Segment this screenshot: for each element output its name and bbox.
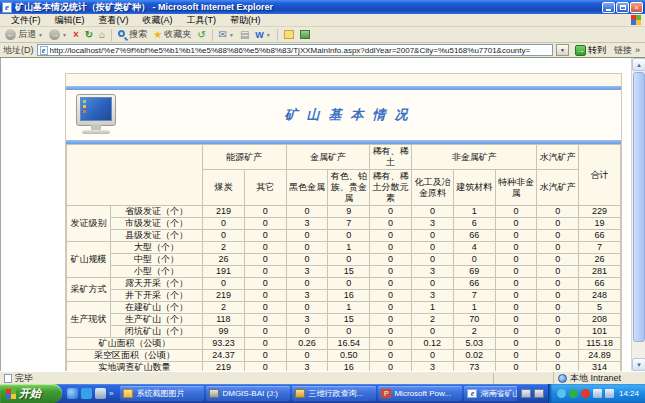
links-chevron-icon[interactable]: » — [635, 45, 640, 55]
quick-launch-chevron-icon[interactable]: » — [109, 389, 113, 398]
task-button-powerpoint[interactable]: P Microsoft Pow... — [378, 386, 462, 401]
table-row: 闭坑矿山（个）9900000200101 — [67, 326, 621, 338]
value-cell: 0 — [244, 278, 286, 290]
drive-icon — [209, 389, 219, 398]
value-cell: 115.18 — [579, 338, 621, 350]
toolbar-separator — [111, 29, 112, 41]
value-cell: 69 — [453, 266, 495, 278]
column-header: 煤炭 — [203, 170, 245, 206]
app-icon — [295, 389, 305, 398]
windows-logo-icon — [631, 15, 641, 25]
links-bar[interactable]: 链接 » — [612, 44, 642, 57]
column-header: 化工及冶金原料 — [411, 170, 453, 206]
value-cell: 281 — [579, 266, 621, 278]
quick-launch-ie-icon[interactable] — [67, 388, 78, 399]
scrollbar-thumb[interactable] — [633, 72, 645, 342]
back-label: 后退 — [18, 28, 36, 41]
quick-launch-msn-icon[interactable] — [81, 388, 92, 399]
minimize-button[interactable] — [602, 2, 615, 13]
print-icon: ▤ — [240, 29, 249, 41]
value-cell: 208 — [579, 314, 621, 326]
value-cell: 7 — [579, 242, 621, 254]
close-button[interactable]: × — [630, 2, 643, 13]
task-label: 三维行政查询... — [308, 388, 363, 399]
address-label: 地址(D) — [3, 44, 34, 57]
maximize-button[interactable] — [616, 2, 629, 13]
go-button[interactable]: → 转到 — [572, 44, 609, 57]
menu-file[interactable]: 文件(F) — [4, 14, 48, 26]
tray-network-icon[interactable] — [557, 389, 566, 398]
tray-monitor-icon[interactable] — [605, 389, 614, 398]
value-cell: 0 — [370, 206, 412, 218]
vertical-scrollbar[interactable]: ▲ ▼ — [631, 58, 645, 371]
value-cell: 7 — [328, 218, 370, 230]
row-header: 矿山面积（公顷） — [67, 338, 203, 350]
status-bar: 完毕 本地 Intranet — [0, 371, 645, 384]
tray-alert-icon[interactable] — [581, 389, 590, 398]
keyboard-icon[interactable] — [534, 389, 544, 398]
search-button[interactable]: 搜索 — [116, 28, 149, 42]
column-group-header: 非金属矿产 — [411, 145, 536, 170]
value-cell: 118 — [203, 314, 245, 326]
mail-dropdown-icon[interactable]: ▼ — [229, 32, 234, 38]
value-cell: 0 — [411, 278, 453, 290]
value-cell: 0 — [370, 266, 412, 278]
task-button-ie-map[interactable]: e 湖南省矿山地... — [464, 386, 517, 401]
value-cell: 0 — [370, 314, 412, 326]
menu-edit[interactable]: 编辑(E) — [48, 14, 92, 26]
value-cell: 0 — [495, 338, 537, 350]
column-group-header: 能源矿产 — [203, 145, 287, 170]
refresh-button[interactable]: ↻ — [83, 28, 95, 42]
home-button[interactable]: ⌂ — [97, 28, 107, 42]
value-cell: 0 — [495, 254, 537, 266]
menu-view[interactable]: 查看(V) — [92, 14, 136, 26]
tray-display-icon[interactable] — [593, 389, 602, 398]
value-cell: 0 — [286, 302, 328, 314]
column-header: 稀有、稀土分散元素 — [370, 170, 412, 206]
quick-launch-desktop-icon[interactable] — [95, 388, 106, 399]
menu-tools[interactable]: 工具(T) — [180, 14, 224, 26]
go-label: 转到 — [588, 44, 606, 57]
address-input[interactable] — [50, 46, 550, 55]
start-button[interactable]: 开始 — [0, 384, 62, 403]
value-cell: 1 — [328, 302, 370, 314]
value-cell: 0 — [411, 350, 453, 362]
scroll-up-icon[interactable]: ▲ — [632, 58, 645, 71]
row-header: 井下开采（个） — [111, 290, 203, 302]
scroll-down-icon[interactable]: ▼ — [632, 358, 645, 371]
value-cell: 0 — [203, 230, 245, 242]
intranet-zone-icon — [558, 374, 567, 383]
address-dropdown-button[interactable]: ▼ — [556, 44, 569, 56]
print-button[interactable]: ▤ — [238, 28, 251, 42]
history-button[interactable]: ↺ — [195, 28, 207, 42]
menu-help[interactable]: 帮助(H) — [223, 14, 268, 26]
row-group-header: 矿山规模 — [67, 242, 111, 278]
search-label: 搜索 — [129, 28, 147, 41]
value-cell: 0 — [370, 290, 412, 302]
tray-antivirus-icon[interactable] — [569, 389, 578, 398]
value-cell: 3 — [411, 290, 453, 302]
messenger-button[interactable] — [298, 28, 312, 42]
forward-button[interactable]: → ▼ — [47, 28, 69, 42]
favorites-button[interactable]: ★ 收藏夹 — [151, 28, 193, 42]
language-bar-icon[interactable] — [521, 389, 531, 398]
discuss-button[interactable] — [282, 28, 296, 42]
stop-button[interactable]: × — [71, 28, 81, 42]
task-button-folder[interactable]: 系统截图图片 — [120, 386, 204, 401]
task-button-drive[interactable]: DMGIS-BAI (J:) — [206, 386, 290, 401]
menu-favorites[interactable]: 收藏(A) — [136, 14, 180, 26]
edit-dropdown-icon[interactable]: ▼ — [266, 32, 271, 38]
forward-dropdown-icon[interactable]: ▼ — [62, 32, 67, 38]
messenger-icon — [300, 30, 310, 39]
back-dropdown-icon[interactable]: ▼ — [38, 32, 43, 38]
mail-button[interactable]: ✉ ▼ — [217, 28, 236, 42]
page-icon: e — [40, 46, 48, 55]
edit-button[interactable]: W ▼ — [253, 28, 272, 42]
back-button[interactable]: ← 后退 ▼ — [3, 28, 45, 42]
value-cell: 0 — [244, 242, 286, 254]
value-cell: 0 — [495, 206, 537, 218]
value-cell: 0 — [411, 230, 453, 242]
table-row: 采矿方式露天开采（个）000000660066 — [67, 278, 621, 290]
value-cell: 6 — [453, 218, 495, 230]
task-button-app[interactable]: 三维行政查询... — [292, 386, 376, 401]
